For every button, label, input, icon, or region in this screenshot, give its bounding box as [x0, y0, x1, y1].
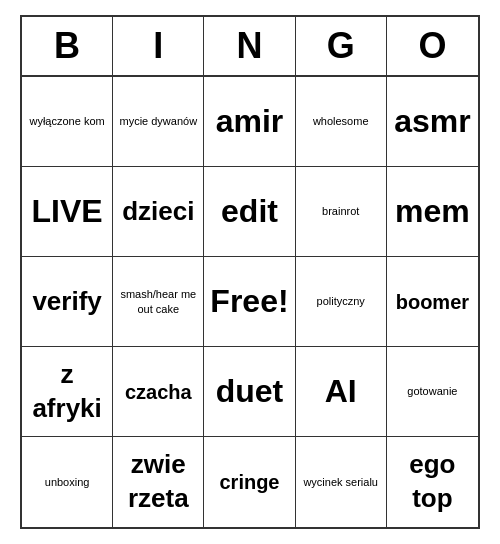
header-letter: O [387, 17, 478, 75]
bingo-grid: wyłączone kommycie dywanówamirwholesomea… [22, 77, 478, 527]
cell-label: mem [395, 191, 470, 233]
header-letter: G [296, 17, 387, 75]
cell-label: LIVE [32, 191, 103, 233]
cell-label: amir [216, 101, 284, 143]
cell-label: brainrot [322, 204, 359, 218]
cell-label: AI [325, 371, 357, 413]
bingo-cell[interactable]: brainrot [296, 167, 387, 257]
bingo-cell[interactable]: dzieci [113, 167, 204, 257]
bingo-cell[interactable]: wycinek serialu [296, 437, 387, 527]
bingo-cell[interactable]: czacha [113, 347, 204, 437]
bingo-cell[interactable]: zwie rzeta [113, 437, 204, 527]
cell-label: gotowanie [407, 384, 457, 398]
cell-label: duet [216, 371, 284, 413]
cell-label: zwie rzeta [117, 448, 199, 516]
bingo-cell[interactable]: mycie dywanów [113, 77, 204, 167]
bingo-cell[interactable]: mem [387, 167, 478, 257]
bingo-cell[interactable]: duet [204, 347, 295, 437]
bingo-cell[interactable]: ego top [387, 437, 478, 527]
cell-label: edit [221, 191, 278, 233]
bingo-cell[interactable]: LIVE [22, 167, 113, 257]
cell-label: smash/hear me out cake [117, 287, 199, 316]
cell-label: wyłączone kom [29, 114, 104, 128]
bingo-cell[interactable]: verify [22, 257, 113, 347]
bingo-header: BINGO [22, 17, 478, 77]
cell-label: unboxing [45, 475, 90, 489]
cell-label: wholesome [313, 114, 369, 128]
bingo-cell[interactable]: smash/hear me out cake [113, 257, 204, 347]
bingo-cell[interactable]: asmr [387, 77, 478, 167]
bingo-cell[interactable]: edit [204, 167, 295, 257]
bingo-cell[interactable]: amir [204, 77, 295, 167]
cell-label: cringe [219, 469, 279, 495]
bingo-cell[interactable]: wyłączone kom [22, 77, 113, 167]
bingo-cell[interactable]: wholesome [296, 77, 387, 167]
cell-label: ego top [391, 448, 474, 516]
bingo-card: BINGO wyłączone kommycie dywanówamirwhol… [20, 15, 480, 529]
bingo-cell[interactable]: gotowanie [387, 347, 478, 437]
header-letter: N [204, 17, 295, 75]
cell-label: wycinek serialu [303, 475, 378, 489]
header-letter: I [113, 17, 204, 75]
bingo-cell[interactable]: AI [296, 347, 387, 437]
bingo-cell[interactable]: unboxing [22, 437, 113, 527]
header-letter: B [22, 17, 113, 75]
bingo-cell[interactable]: z afryki [22, 347, 113, 437]
bingo-cell[interactable]: boomer [387, 257, 478, 347]
cell-label: mycie dywanów [119, 114, 197, 128]
cell-label: Free! [210, 281, 288, 323]
cell-label: asmr [394, 101, 471, 143]
cell-label: czacha [125, 379, 192, 405]
cell-label: dzieci [122, 195, 194, 229]
cell-label: verify [32, 285, 101, 319]
cell-label: polityczny [317, 294, 365, 308]
bingo-cell[interactable]: cringe [204, 437, 295, 527]
bingo-cell[interactable]: polityczny [296, 257, 387, 347]
cell-label: z afryki [26, 358, 108, 426]
bingo-cell[interactable]: Free! [204, 257, 295, 347]
cell-label: boomer [396, 289, 469, 315]
